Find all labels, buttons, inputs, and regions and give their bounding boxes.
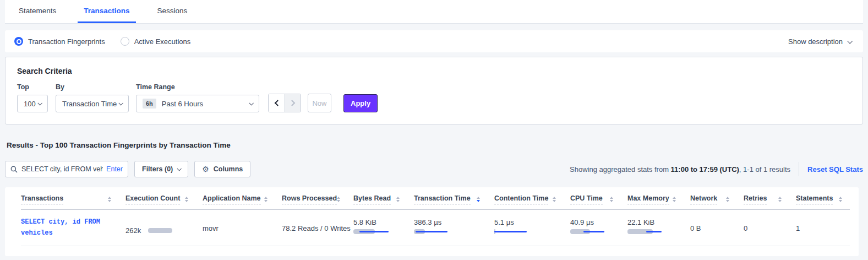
gear-icon: ⚙	[202, 165, 209, 173]
column-header-label[interactable]: Execution Count	[125, 194, 180, 204]
sort-icon[interactable]	[108, 197, 111, 203]
now-button[interactable]: Now	[308, 94, 331, 112]
column-header-cpu-time[interactable]: CPU Time	[570, 194, 627, 204]
toolbar-right: Showing aggregated stats from 11:00 to 1…	[570, 162, 863, 176]
column-header-transaction-time[interactable]: Transaction Time	[414, 194, 494, 204]
sort-icon[interactable]	[185, 197, 188, 203]
radio-label: Transaction Fingerprints	[28, 37, 105, 46]
previous-time-range-button[interactable]	[269, 94, 285, 112]
sort-icon[interactable]	[337, 197, 340, 203]
mean-line	[646, 231, 662, 232]
time-range-select[interactable]: 6h Past 6 Hours	[136, 95, 259, 112]
bytes-read-value: 5.8 KiB	[353, 218, 414, 226]
apply-button[interactable]: Apply	[343, 94, 378, 112]
radio-transaction-fingerprints[interactable]: Transaction Fingerprints	[14, 37, 105, 46]
column-header-max-memory[interactable]: Max Memory	[627, 194, 690, 204]
sort-icon[interactable]	[264, 197, 268, 203]
filters-label: Filters (0)	[142, 165, 173, 173]
cell-max-memory: 22.1 KiB	[627, 216, 690, 239]
chevron-down-icon	[249, 101, 253, 105]
radio-selected-icon[interactable]	[14, 37, 23, 46]
column-header-label[interactable]: Bytes Read	[353, 194, 391, 204]
show-description-label: Show description	[788, 37, 843, 46]
radio-active-executions[interactable]: Active Executions	[121, 37, 191, 46]
column-header-network[interactable]: Network	[690, 194, 744, 204]
time-range-pager	[268, 94, 301, 112]
transaction-fingerprint-link[interactable]: SELECT city, id FROM vehicles	[21, 216, 117, 239]
next-time-range-button[interactable]	[285, 94, 301, 112]
column-header-label[interactable]: Transactions	[21, 194, 63, 204]
execution-count-value: 262k	[125, 226, 141, 235]
sort-icon[interactable]	[477, 197, 480, 203]
cell-retries: 0	[744, 216, 796, 239]
column-header-contention-time[interactable]: Contention Time	[494, 194, 570, 204]
time-range-label: Time Range	[136, 83, 268, 91]
chevron-down-icon	[847, 38, 853, 44]
mean-line	[583, 231, 604, 232]
by-select[interactable]: Transaction Time	[56, 95, 129, 112]
columns-button[interactable]: ⚙ Columns	[194, 161, 250, 177]
column-header-bytes-read[interactable]: Bytes Read	[353, 194, 414, 204]
max-memory-barchart	[627, 229, 690, 234]
cell-contention-time: 5.1 µs	[494, 216, 570, 239]
show-description-toggle[interactable]: Show description	[788, 37, 851, 46]
column-header-rows-processed[interactable]: Rows Processed	[282, 194, 353, 204]
sort-icon[interactable]	[396, 197, 400, 203]
cell-application-name: movr	[203, 216, 282, 239]
max-memory-value: 22.1 KiB	[627, 218, 690, 226]
column-header-label[interactable]: Transaction Time	[414, 194, 471, 204]
tab-transactions[interactable]: Transactions	[78, 0, 135, 23]
search-criteria-card: Search Criteria Top 100 By Transaction T…	[5, 57, 863, 124]
cell-network: 0 B	[690, 216, 744, 239]
chevron-down-icon	[177, 166, 182, 171]
cpu-time-barchart	[570, 229, 627, 234]
sort-icon[interactable]	[726, 197, 729, 203]
aggregated-stats-text: Showing aggregated stats from 11:00 to 1…	[570, 165, 790, 174]
cell-rows-processed: 78.2 Reads / 0 Writes	[282, 216, 353, 239]
column-header-label[interactable]: Retries	[744, 194, 767, 204]
column-header-label[interactable]: Network	[690, 194, 717, 204]
cpu-time-value: 40.9 µs	[570, 218, 627, 226]
column-header-label[interactable]: Rows Processed	[282, 194, 337, 204]
column-header-label[interactable]: Max Memory	[627, 194, 669, 204]
time-range-badge: 6h	[143, 99, 156, 109]
column-header-label[interactable]: CPU Time	[570, 194, 603, 204]
column-header-statements[interactable]: Statements	[796, 194, 856, 204]
stats-time-range: 11:00 to 17:59 (UTC)	[671, 165, 739, 174]
sort-icon[interactable]	[673, 197, 676, 203]
vertical-divider	[799, 162, 799, 176]
columns-label: Columns	[214, 165, 243, 173]
chevron-down-icon	[118, 101, 123, 105]
column-header-execution-count[interactable]: Execution Count	[125, 194, 203, 204]
mean-line	[359, 231, 389, 232]
top-field: Top 100	[17, 83, 56, 112]
column-header-label[interactable]: Contention Time	[494, 194, 548, 204]
column-header-label[interactable]: Statements	[796, 194, 833, 204]
sort-icon[interactable]	[839, 197, 842, 203]
top-select[interactable]: 100	[17, 95, 48, 112]
column-header-application-name[interactable]: Application Name	[203, 194, 282, 204]
top-label: Top	[17, 83, 56, 91]
column-header-transactions[interactable]: Transactions	[21, 194, 125, 204]
results-toolbar: Enter Filters (0) ⚙ Columns Showing aggr…	[5, 161, 863, 177]
chevron-down-icon	[37, 101, 42, 105]
transaction-time-value: 386.3 µs	[414, 218, 494, 226]
contention-time-value: 5.1 µs	[494, 218, 570, 226]
enter-hint: Enter	[106, 165, 123, 173]
results-heading: Results - Top 100 Transaction Fingerprin…	[7, 141, 863, 149]
column-header-retries[interactable]: Retries	[744, 194, 796, 204]
sort-icon[interactable]	[778, 197, 782, 203]
column-header-label[interactable]: Application Name	[203, 194, 261, 204]
cell-cpu-time: 40.9 µs	[570, 216, 627, 239]
tab-statements[interactable]: Statements	[13, 0, 62, 23]
tab-sessions[interactable]: Sessions	[151, 0, 194, 23]
reset-sql-stats-link[interactable]: Reset SQL Stats	[807, 165, 863, 174]
top-select-value: 100	[24, 100, 36, 108]
sort-icon[interactable]	[553, 197, 556, 203]
radio-unselected-icon[interactable]	[121, 37, 129, 46]
sort-icon[interactable]	[610, 197, 613, 203]
search-input[interactable]	[21, 165, 103, 173]
contention-time-barchart	[494, 229, 570, 234]
bytes-read-barchart	[353, 229, 414, 234]
filters-button[interactable]: Filters (0)	[134, 161, 188, 177]
